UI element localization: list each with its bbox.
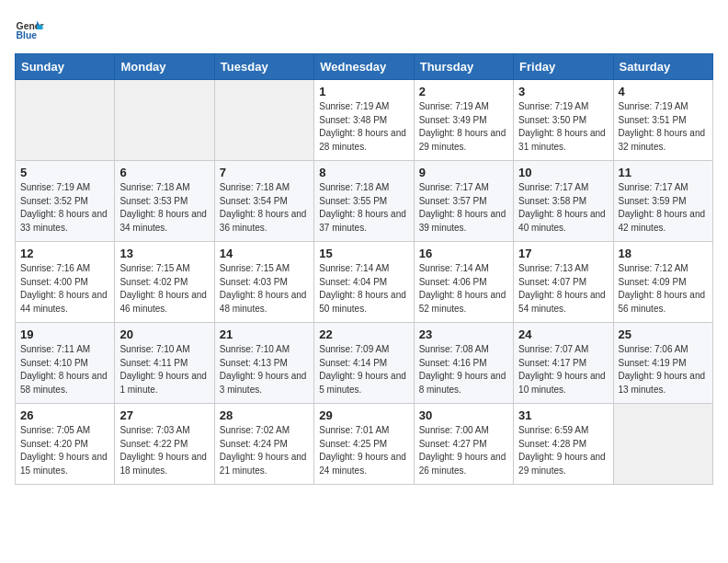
- day-info: Sunrise: 7:19 AM Sunset: 3:48 PM Dayligh…: [319, 100, 408, 154]
- day-cell: 3Sunrise: 7:19 AM Sunset: 3:50 PM Daylig…: [514, 80, 613, 161]
- day-info: Sunrise: 7:09 AM Sunset: 4:14 PM Dayligh…: [319, 343, 408, 396]
- day-number: 9: [419, 166, 508, 179]
- day-number: 15: [319, 247, 408, 260]
- day-info: Sunrise: 7:10 AM Sunset: 4:13 PM Dayligh…: [220, 343, 309, 396]
- day-info: Sunrise: 7:14 AM Sunset: 4:04 PM Dayligh…: [319, 262, 408, 316]
- day-info: Sunrise: 7:03 AM Sunset: 4:22 PM Dayligh…: [119, 424, 209, 477]
- day-info: Sunrise: 7:19 AM Sunset: 3:52 PM Dayligh…: [20, 181, 109, 235]
- day-number: 11: [619, 166, 708, 179]
- day-cell: 17Sunrise: 7:13 AM Sunset: 4:07 PM Dayli…: [514, 242, 613, 323]
- day-cell: 31Sunrise: 6:59 AM Sunset: 4:28 PM Dayli…: [514, 404, 613, 485]
- day-info: Sunrise: 7:18 AM Sunset: 3:54 PM Dayligh…: [220, 181, 309, 235]
- day-info: Sunrise: 7:01 AM Sunset: 4:25 PM Dayligh…: [319, 424, 408, 477]
- day-number: 2: [419, 85, 508, 98]
- day-number: 24: [518, 327, 608, 341]
- day-number: 17: [518, 247, 608, 260]
- day-cell: 25Sunrise: 7:06 AM Sunset: 4:19 PM Dayli…: [613, 323, 712, 404]
- day-number: 28: [220, 408, 309, 422]
- day-number: 27: [119, 408, 209, 422]
- day-cell: 9Sunrise: 7:17 AM Sunset: 3:57 PM Daylig…: [414, 161, 513, 242]
- day-cell: 14Sunrise: 7:15 AM Sunset: 4:03 PM Dayli…: [214, 242, 313, 323]
- day-number: 16: [419, 247, 508, 260]
- day-cell: 26Sunrise: 7:05 AM Sunset: 4:20 PM Dayli…: [16, 404, 115, 485]
- day-number: 31: [518, 408, 608, 422]
- svg-marker-3: [37, 25, 42, 29]
- header-wednesday: Wednesday: [314, 54, 414, 80]
- day-cell: [613, 404, 712, 485]
- week-row-2: 5Sunrise: 7:19 AM Sunset: 3:52 PM Daylig…: [16, 161, 713, 242]
- day-number: 4: [619, 85, 708, 98]
- header-monday: Monday: [115, 54, 214, 80]
- day-cell: 24Sunrise: 7:07 AM Sunset: 4:17 PM Dayli…: [514, 323, 613, 404]
- header-sunday: Sunday: [16, 54, 115, 80]
- day-cell: [16, 80, 115, 161]
- day-info: Sunrise: 7:17 AM Sunset: 3:59 PM Dayligh…: [619, 181, 708, 235]
- header-friday: Friday: [514, 54, 613, 80]
- logo-icon: General Blue: [15, 15, 44, 44]
- day-cell: 30Sunrise: 7:00 AM Sunset: 4:27 PM Dayli…: [414, 404, 513, 485]
- day-number: 23: [419, 327, 508, 341]
- day-cell: 5Sunrise: 7:19 AM Sunset: 3:52 PM Daylig…: [16, 161, 115, 242]
- day-cell: 11Sunrise: 7:17 AM Sunset: 3:59 PM Dayli…: [613, 161, 712, 242]
- calendar-table: SundayMondayTuesdayWednesdayThursdayFrid…: [15, 53, 713, 485]
- day-number: 5: [20, 166, 109, 179]
- day-info: Sunrise: 7:00 AM Sunset: 4:27 PM Dayligh…: [419, 424, 508, 477]
- logo: General Blue: [15, 15, 44, 44]
- day-cell: 16Sunrise: 7:14 AM Sunset: 4:06 PM Dayli…: [414, 242, 513, 323]
- day-info: Sunrise: 7:06 AM Sunset: 4:19 PM Dayligh…: [619, 343, 708, 396]
- day-number: 25: [619, 327, 708, 341]
- day-cell: 4Sunrise: 7:19 AM Sunset: 3:51 PM Daylig…: [613, 80, 712, 161]
- header-saturday: Saturday: [613, 54, 712, 80]
- week-row-3: 12Sunrise: 7:16 AM Sunset: 4:00 PM Dayli…: [16, 242, 713, 323]
- day-number: 12: [20, 247, 109, 260]
- day-cell: 21Sunrise: 7:10 AM Sunset: 4:13 PM Dayli…: [214, 323, 313, 404]
- day-cell: 1Sunrise: 7:19 AM Sunset: 3:48 PM Daylig…: [314, 80, 414, 161]
- day-info: Sunrise: 7:19 AM Sunset: 3:49 PM Dayligh…: [419, 100, 508, 154]
- week-row-5: 26Sunrise: 7:05 AM Sunset: 4:20 PM Dayli…: [16, 404, 713, 485]
- day-cell: 23Sunrise: 7:08 AM Sunset: 4:16 PM Dayli…: [414, 323, 513, 404]
- day-info: Sunrise: 7:17 AM Sunset: 3:57 PM Dayligh…: [419, 181, 508, 235]
- day-cell: 20Sunrise: 7:10 AM Sunset: 4:11 PM Dayli…: [115, 323, 214, 404]
- day-info: Sunrise: 7:17 AM Sunset: 3:58 PM Dayligh…: [518, 181, 608, 235]
- day-cell: 6Sunrise: 7:18 AM Sunset: 3:53 PM Daylig…: [115, 161, 214, 242]
- day-number: 26: [20, 408, 109, 422]
- day-info: Sunrise: 7:10 AM Sunset: 4:11 PM Dayligh…: [119, 343, 209, 396]
- svg-text:Blue: Blue: [17, 30, 38, 40]
- day-info: Sunrise: 7:15 AM Sunset: 4:02 PM Dayligh…: [119, 262, 209, 316]
- day-info: Sunrise: 7:18 AM Sunset: 3:55 PM Dayligh…: [319, 181, 408, 235]
- day-number: 7: [220, 166, 309, 179]
- day-number: 8: [319, 166, 408, 179]
- day-number: 19: [20, 327, 109, 341]
- day-number: 3: [518, 85, 608, 98]
- day-number: 30: [419, 408, 508, 422]
- day-number: 14: [220, 247, 309, 260]
- day-info: Sunrise: 7:07 AM Sunset: 4:17 PM Dayligh…: [518, 343, 608, 396]
- day-number: 1: [319, 85, 408, 98]
- day-cell: 2Sunrise: 7:19 AM Sunset: 3:49 PM Daylig…: [414, 80, 513, 161]
- day-number: 22: [319, 327, 408, 341]
- day-cell: 7Sunrise: 7:18 AM Sunset: 3:54 PM Daylig…: [214, 161, 313, 242]
- day-info: Sunrise: 7:15 AM Sunset: 4:03 PM Dayligh…: [220, 262, 309, 316]
- day-info: Sunrise: 7:13 AM Sunset: 4:07 PM Dayligh…: [518, 262, 608, 316]
- day-info: Sunrise: 7:19 AM Sunset: 3:51 PM Dayligh…: [619, 100, 708, 154]
- day-cell: 13Sunrise: 7:15 AM Sunset: 4:02 PM Dayli…: [115, 242, 214, 323]
- week-row-1: 1Sunrise: 7:19 AM Sunset: 3:48 PM Daylig…: [16, 80, 713, 161]
- day-number: 6: [119, 166, 209, 179]
- day-info: Sunrise: 7:08 AM Sunset: 4:16 PM Dayligh…: [419, 343, 508, 396]
- day-info: Sunrise: 7:05 AM Sunset: 4:20 PM Dayligh…: [20, 424, 109, 477]
- day-info: Sunrise: 7:11 AM Sunset: 4:10 PM Dayligh…: [20, 343, 109, 396]
- day-info: Sunrise: 7:18 AM Sunset: 3:53 PM Dayligh…: [119, 181, 209, 235]
- day-cell: 8Sunrise: 7:18 AM Sunset: 3:55 PM Daylig…: [314, 161, 414, 242]
- day-info: Sunrise: 6:59 AM Sunset: 4:28 PM Dayligh…: [518, 424, 608, 477]
- day-cell: 28Sunrise: 7:02 AM Sunset: 4:24 PM Dayli…: [214, 404, 313, 485]
- day-cell: 22Sunrise: 7:09 AM Sunset: 4:14 PM Dayli…: [314, 323, 414, 404]
- day-cell: [214, 80, 313, 161]
- header: General Blue: [15, 15, 713, 44]
- day-number: 20: [119, 327, 209, 341]
- day-cell: 15Sunrise: 7:14 AM Sunset: 4:04 PM Dayli…: [314, 242, 414, 323]
- day-info: Sunrise: 7:19 AM Sunset: 3:50 PM Dayligh…: [518, 100, 608, 154]
- day-number: 29: [319, 408, 408, 422]
- day-cell: [115, 80, 214, 161]
- day-number: 10: [518, 166, 608, 179]
- day-number: 21: [220, 327, 309, 341]
